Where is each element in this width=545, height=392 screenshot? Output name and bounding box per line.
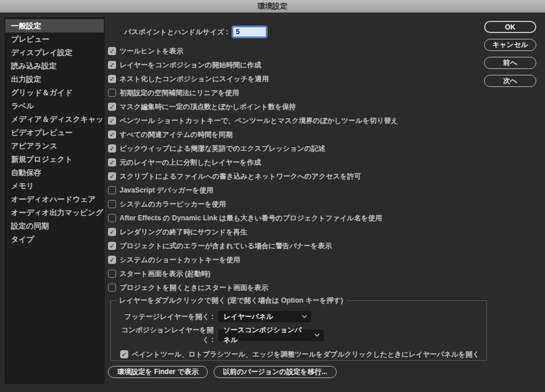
- option-row: システムのショートカットキーを使用: [108, 253, 484, 267]
- allow-scripts-network-access-checkbox[interactable]: [108, 172, 116, 180]
- option-row: プロジェクトを開くときにスタート画面を表示: [108, 281, 484, 295]
- preserve-vertex-count-checkbox[interactable]: [108, 103, 116, 111]
- ok-button[interactable]: OK: [484, 21, 536, 33]
- option-row: ペイントツール、ロトブラシツール、エッジを調整ツールをダブルクリックしたときにレ…: [120, 347, 479, 361]
- synchronize-time-of-related-items-checkbox[interactable]: [108, 130, 116, 139]
- sidebar-item-display[interactable]: ディスプレイ設定: [5, 46, 104, 59]
- window-title: 環境設定: [258, 1, 288, 12]
- next-button[interactable]: 次へ: [484, 75, 536, 87]
- option-row: レンダリングの終了時にサウンドを再生: [108, 225, 484, 239]
- general-settings-panel: パスポイントとハンドルサイズ : ツールヒントを表示 レイヤーをコンポジションの…: [108, 26, 484, 295]
- sidebar-item-grids-guides[interactable]: グリッド＆ガイド: [5, 86, 104, 99]
- checkbox-label: ネスト化したコンポジションにスイッチを適用: [120, 74, 269, 84]
- layer-double-click-legend: レイヤーをダブルクリックで開く (逆で開く場合は Option キーを押す): [118, 296, 347, 306]
- checkbox-label: レンダリングの終了時にサウンドを再生: [120, 227, 247, 237]
- enable-javascript-debugger-checkbox[interactable]: [108, 186, 116, 194]
- switches-affect-nested-comps-checkbox[interactable]: [108, 75, 116, 83]
- use-system-shortcut-keys-checkbox[interactable]: [108, 256, 116, 264]
- checkbox-label: スタート画面を表示 (起動時): [120, 269, 210, 279]
- path-handle-size-input[interactable]: [233, 27, 266, 37]
- checkbox-label: JavaScript デバッガーを使用: [120, 186, 213, 195]
- sidebar: 一般設定 プレビュー ディスプレイ設定 読み込み設定 出力設定 グリッド＆ガイド…: [5, 17, 104, 384]
- checkbox-label: システムのカラーピッカーを使用: [120, 199, 226, 209]
- sidebar-item-video-preview[interactable]: ビデオプレビュー: [5, 126, 104, 139]
- show-start-screen-at-startup-checkbox[interactable]: [108, 270, 116, 278]
- option-row: JavaScript デバッガーを使用: [108, 183, 484, 197]
- show-tool-tips-checkbox[interactable]: [108, 47, 116, 55]
- composition-viewer-row: コンポジションレイヤーを開く : ソースコンポジションパネル: [118, 329, 479, 342]
- checkbox-label: スクリプトによるファイルへの書き込みとネットワークへのアクセスを許可: [120, 172, 361, 182]
- migrate-previous-version-settings-button[interactable]: 以前のバージョンの設定を移行...: [214, 366, 337, 378]
- checkbox-label: ペイントツール、ロトブラシツール、エッジを調整ツールをダブルクリックしたときにレ…: [132, 350, 479, 360]
- checkbox-label: レイヤーをコンポジションの開始時間に作成: [120, 60, 261, 70]
- option-row: ツールヒントを表示: [108, 44, 484, 58]
- use-system-color-picker-checkbox[interactable]: [108, 200, 116, 208]
- sidebar-item-new-project[interactable]: 新規プロジェクト: [5, 153, 104, 166]
- reveal-preferences-in-finder-button[interactable]: 環境設定を Finder で表示: [108, 366, 208, 378]
- composition-viewer-value: ソースコンポジションパネル: [223, 325, 306, 345]
- sidebar-item-audio-output-mapping[interactable]: オーディオ出力マッピング: [5, 206, 104, 219]
- option-row: 元のレイヤーの上に分割したレイヤーを作成: [108, 155, 484, 169]
- sidebar-item-appearance[interactable]: アピアランス: [5, 139, 104, 153]
- checkbox-label: プロジェクトに式のエラーが含まれている場合に警告バナーを表示: [120, 241, 332, 251]
- checkbox-label: 初期設定の空間補間法にリニアを使用: [120, 88, 239, 98]
- checkbox-label: すべての関連アイテムの時間を同期: [120, 130, 233, 140]
- default-spatial-interpolation-linear-checkbox[interactable]: [108, 89, 116, 97]
- sidebar-item-memory[interactable]: メモリ: [5, 179, 104, 193]
- option-row: ピックウイップによる簡潔な英語でのエクスプレッションの記述: [108, 141, 484, 155]
- footage-viewer-label: フッテージレイヤーを開く :: [118, 312, 214, 322]
- paint-tools-open-layer-panel-checkbox[interactable]: [120, 350, 128, 358]
- sidebar-item-import[interactable]: 読み込み設定: [5, 59, 104, 72]
- option-row: マスク編集時に一定の頂点数とぼかしポイント数を保持: [108, 100, 484, 114]
- composition-viewer-select[interactable]: ソースコンポジションパネル: [218, 329, 324, 341]
- sidebar-item-type[interactable]: タイプ: [5, 233, 104, 246]
- option-row: レイヤーをコンポジションの開始時間に作成: [108, 58, 484, 72]
- create-split-layers-above-checkbox[interactable]: [108, 158, 116, 166]
- cancel-button[interactable]: キャンセル: [484, 39, 536, 51]
- option-row: 初期設定の空間補間法にリニアを使用: [108, 86, 484, 100]
- checkbox-label: ツールヒントを表示: [120, 46, 183, 56]
- option-row: After Effects の Dynamic Link は最も大きい番号のプロ…: [108, 211, 484, 225]
- expression-error-warning-banner-checkbox[interactable]: [108, 242, 116, 250]
- footage-viewer-select[interactable]: レイヤーパネル: [218, 311, 311, 322]
- sidebar-item-labels[interactable]: ラベル: [5, 99, 104, 112]
- footage-viewer-value: レイヤーパネル: [223, 312, 273, 322]
- chevron-down-icon: [294, 315, 307, 318]
- sidebar-item-output[interactable]: 出力設定: [5, 72, 104, 86]
- dynamic-link-highest-numbered-checkbox[interactable]: [108, 214, 116, 222]
- checkbox-label: システムのショートカットキーを使用: [120, 255, 240, 265]
- option-row: システムのカラーピッカーを使用: [108, 197, 484, 211]
- show-start-screen-when-opening-project-checkbox[interactable]: [108, 284, 116, 292]
- option-row: ペンツール ショートカットキーで、ペンツールとマスク境界のぼかしツールを切り替え: [108, 114, 484, 128]
- play-sound-when-render-finishes-checkbox[interactable]: [108, 228, 116, 236]
- checkbox-label: プロジェクトを開くときにスタート画面を表示: [120, 283, 268, 293]
- sidebar-item-media-disk-cache[interactable]: メディア＆ディスクキャッシュ: [5, 112, 104, 126]
- path-handle-size-label: パスポイントとハンドルサイズ :: [124, 27, 228, 37]
- title-bar: 環境設定: [0, 0, 545, 13]
- path-handle-size-row: パスポイントとハンドルサイズ :: [108, 26, 484, 38]
- option-row: すべての関連アイテムの時間を同期: [108, 128, 484, 141]
- checkbox-label: ピックウイップによる簡潔な英語でのエクスプレッションの記述: [120, 144, 325, 154]
- layer-double-click-group: レイヤーをダブルクリックで開く (逆で開く場合は Option キーを押す) フ…: [110, 296, 487, 361]
- option-row: スクリプトによるファイルへの書き込みとネットワークへのアクセスを許可: [108, 169, 484, 183]
- sidebar-item-auto-save[interactable]: 自動保存: [5, 166, 104, 179]
- checkbox-label: マスク編集時に一定の頂点数とぼかしポイント数を保持: [120, 102, 296, 112]
- sidebar-item-general[interactable]: 一般設定: [5, 19, 104, 32]
- option-row: プロジェクトに式のエラーが含まれている場合に警告バナーを表示: [108, 239, 484, 253]
- previous-button[interactable]: 前へ: [484, 57, 536, 69]
- checkbox-label: ペンツール ショートカットキーで、ペンツールとマスク境界のぼかしツールを切り替え: [120, 116, 398, 126]
- sidebar-item-previews[interactable]: プレビュー: [5, 32, 104, 46]
- dialog-action-buttons: OK キャンセル 前へ 次へ: [484, 21, 536, 93]
- create-layers-at-comp-start-checkbox[interactable]: [108, 61, 116, 69]
- footer-buttons: 環境設定を Finder で表示 以前のバージョンの設定を移行...: [108, 366, 337, 378]
- footage-viewer-row: フッテージレイヤーを開く : レイヤーパネル: [118, 310, 479, 323]
- option-row: スタート画面を表示 (起動時): [108, 267, 484, 281]
- chevron-down-icon: [306, 333, 320, 337]
- sidebar-item-sync-settings[interactable]: 設定の同期: [5, 219, 104, 233]
- checkbox-label: After Effects の Dynamic Link は最も大きい番号のプロ…: [120, 213, 382, 223]
- sidebar-item-audio-hardware[interactable]: オーディオハードウェア: [5, 193, 104, 206]
- composition-viewer-label: コンポジションレイヤーを開く :: [118, 325, 214, 345]
- expression-pick-whip-checkbox[interactable]: [108, 144, 116, 153]
- pen-tool-shortcut-toggle-checkbox[interactable]: [108, 117, 116, 125]
- option-row: ネスト化したコンポジションにスイッチを適用: [108, 72, 484, 86]
